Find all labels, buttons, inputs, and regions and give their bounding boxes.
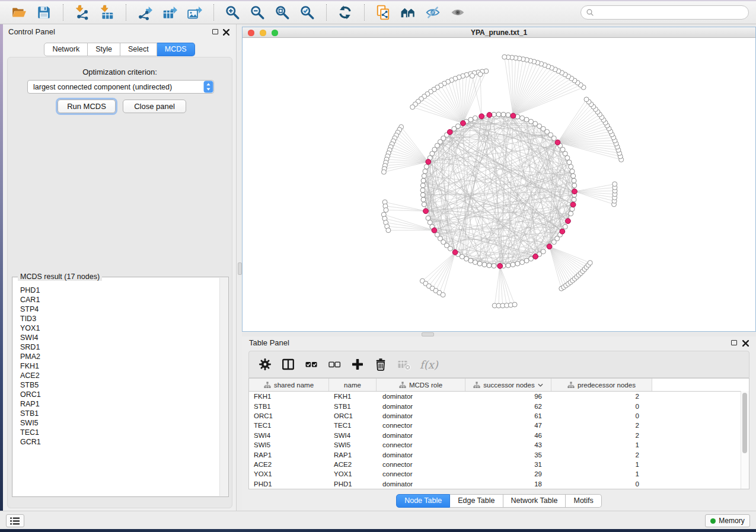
delete-icon [374,357,388,371]
mcds-result-item[interactable]: GCR1 [20,437,220,447]
gear-button[interactable] [256,355,274,373]
hide-selected-button[interactable] [423,3,444,22]
table-row[interactable]: TEC1TEC1connector472 [249,421,749,430]
cell: YOX1 [329,470,377,477]
fx-button: f(x) [418,355,436,373]
column-header-predecessor-nodes[interactable]: predecessor nodes [551,379,652,391]
column-header-successor-nodes[interactable]: successor nodes [465,379,551,391]
tab-mcds[interactable]: MCDS [157,43,195,56]
memory-label: Memory [719,517,744,525]
tab-motifs[interactable]: Motifs [566,494,601,508]
optimization-criterion-label: Optimization criterion: [8,68,232,76]
table-panel: Table Panel f(x) shared namenameMCDS rol… [242,336,756,511]
close-panel-icon[interactable] [222,28,229,36]
mcds-list-scrollbar[interactable] [219,278,228,496]
mcds-result-item[interactable]: ACE2 [20,371,220,380]
mcds-result-item[interactable]: SRD1 [20,342,220,352]
mcds-result-item[interactable]: TEC1 [20,428,220,437]
cell: RAP1 [249,451,329,459]
export-network-button[interactable] [135,3,155,22]
mcds-result-item[interactable]: STP4 [20,305,220,314]
run-mcds-button[interactable]: Run MCDS [58,100,116,113]
mcds-result-item[interactable]: STB5 [20,380,220,390]
network-canvas[interactable] [243,38,755,331]
mcds-result-list: PHD1CAR1STP4TID3YOX1SWI4SRD1PMA2FKH1ACE2… [12,281,220,495]
import-network-button[interactable] [72,3,92,22]
column-header-shared-name[interactable]: shared name [249,379,329,391]
mcds-result-item[interactable]: YOX1 [20,323,220,333]
dropdown-spinner-icon [203,81,213,93]
float-panel-icon[interactable] [212,29,218,34]
control-panel: Control Panel NetworkStyleSelectMCDS Opt… [3,24,237,511]
tab-select[interactable]: Select [120,43,157,56]
tab-style[interactable]: Style [88,43,120,56]
mcds-result-item[interactable]: ORC1 [20,390,220,399]
export-image-button[interactable] [185,3,205,22]
table-scrollbar-thumb[interactable] [742,393,747,453]
table-row[interactable]: SWI5SWI5connector431 [249,440,749,450]
open-icon [11,5,28,20]
export-table-button[interactable] [160,3,180,22]
table-row[interactable]: FKH1FKH1dominator962 [249,392,749,401]
table-row[interactable]: STB1STB1dominator620 [249,401,749,411]
apply-layout-button[interactable] [336,3,356,22]
cell: TEC1 [329,422,377,429]
cell: ORC1 [329,412,377,419]
add-icon [350,357,365,371]
mcds-result-item[interactable]: STB1 [20,409,220,418]
export-image-icon [187,5,203,20]
column-header-MCDS-role[interactable]: MCDS role [377,379,465,391]
table-row[interactable]: ACE2ACE2connector311 [249,460,749,469]
mcds-result-groupbox: MCDS result (17 nodes) PHD1CAR1STP4TID3Y… [12,277,229,497]
cell: connector [377,470,465,477]
table-row[interactable]: SWI4SWI4dominator462 [249,431,749,440]
tab-network[interactable]: Network [44,43,88,56]
open-button[interactable] [9,3,30,22]
tab-node-table[interactable]: Node Table [396,494,450,508]
search-box[interactable] [580,5,749,20]
zoom-fit-button[interactable] [273,3,293,22]
close-panel-button[interactable]: Close panel [123,100,186,113]
table-float-panel-icon[interactable] [731,340,737,345]
horizontal-splitter-grip[interactable] [422,332,434,336]
zoom-out-button[interactable] [248,3,268,22]
mcds-result-item[interactable]: CAR1 [20,295,220,305]
cell: 29 [465,470,551,477]
columns-button[interactable] [279,355,297,373]
add-button[interactable] [349,355,366,373]
new-network-from-selection-button[interactable] [374,3,394,22]
deselect-all-button[interactable] [326,355,343,373]
zoom-in-button[interactable] [223,3,243,22]
table-row[interactable]: PHD1PHD1dominator180 [249,479,749,489]
column-header-name[interactable]: name [329,379,377,391]
mcds-result-item[interactable]: TID3 [20,314,220,323]
status-menu-button[interactable] [6,514,24,527]
search-input[interactable] [598,7,744,18]
tab-network-table[interactable]: Network Table [503,494,566,508]
mcds-result-item[interactable]: FKH1 [20,361,220,371]
first-neighbors-button[interactable] [398,3,419,22]
cell: TEC1 [249,422,329,429]
zoom-selected-icon [299,5,316,20]
zoom-selected-button[interactable] [298,3,318,22]
table-row[interactable]: YOX1YOX1connector291 [249,469,749,479]
table-row[interactable]: RAP1RAP1dominator352 [249,450,749,459]
mcds-result-item[interactable]: SWI4 [20,333,220,342]
tab-edge-table[interactable]: Edge Table [450,494,503,508]
network-graph[interactable] [243,38,755,331]
import-table-button[interactable] [97,3,117,22]
table-close-panel-icon[interactable] [742,339,749,347]
mcds-result-item[interactable]: SWI5 [20,418,220,428]
table-row[interactable]: ORC1ORC1dominator610 [249,411,749,421]
mcds-result-item[interactable]: PMA2 [20,352,220,361]
criterion-dropdown[interactable]: largest connected component (undirected) [27,80,214,94]
memory-button[interactable]: Memory [705,514,750,527]
node-table: shared namenameMCDS rolesuccessor nodesp… [248,378,749,489]
vertical-splitter-grip[interactable] [238,262,242,275]
select-all-button[interactable] [302,355,320,373]
table-scrollbar-track[interactable] [741,391,749,489]
delete-button[interactable] [372,355,390,373]
save-button[interactable] [34,3,55,22]
mcds-result-item[interactable]: PHD1 [20,286,220,295]
mcds-result-item[interactable]: RAP1 [20,399,220,409]
